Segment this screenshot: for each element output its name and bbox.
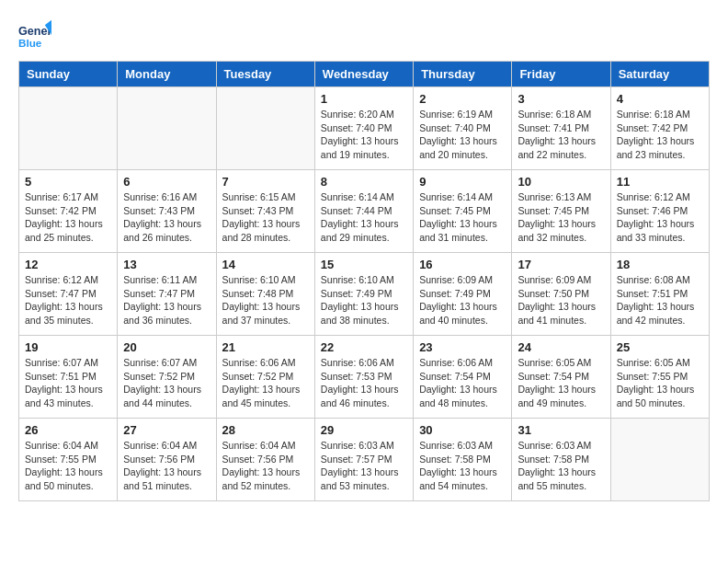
cell-text: Sunrise: 6:18 AMSunset: 7:41 PMDaylight:… [518,108,604,162]
day-number: 9 [419,175,506,189]
logo: General Blue [18,18,51,52]
day-number: 17 [518,258,604,271]
weekday-header-thursday: Thursday [414,62,512,87]
calendar-cell: 19Sunrise: 6:07 AMSunset: 7:51 PMDayligh… [19,336,118,419]
calendar-cell: 6Sunrise: 6:16 AMSunset: 7:43 PMDaylight… [118,170,216,253]
calendar-cell [610,419,709,501]
calendar-week-4: 19Sunrise: 6:07 AMSunset: 7:51 PMDayligh… [19,336,710,419]
cell-text: Sunrise: 6:11 AMSunset: 7:47 PMDaylight:… [123,273,210,327]
calendar-table: SundayMondayTuesdayWednesdayThursdayFrid… [18,61,710,501]
day-number: 1 [321,92,407,106]
cell-text: Sunrise: 6:17 AMSunset: 7:42 PMDaylight:… [25,190,111,245]
day-number: 25 [617,340,703,354]
day-number: 16 [419,258,506,271]
calendar-cell [118,87,216,170]
day-number: 27 [123,423,210,437]
calendar-cell: 2Sunrise: 6:19 AMSunset: 7:40 PMDaylight… [414,87,512,170]
day-number: 23 [419,340,506,354]
cell-text: Sunrise: 6:08 AMSunset: 7:51 PMDaylight:… [617,273,703,327]
day-number: 15 [321,258,407,271]
cell-text: Sunrise: 6:06 AMSunset: 7:52 PMDaylight:… [222,356,309,410]
day-number: 2 [419,92,506,106]
cell-text: Sunrise: 6:05 AMSunset: 7:54 PMDaylight:… [518,356,604,410]
calendar-week-5: 26Sunrise: 6:04 AMSunset: 7:55 PMDayligh… [19,419,710,501]
calendar-cell: 31Sunrise: 6:03 AMSunset: 7:58 PMDayligh… [512,419,610,501]
calendar-cell: 26Sunrise: 6:04 AMSunset: 7:55 PMDayligh… [19,419,118,501]
day-number: 19 [25,340,111,354]
cell-text: Sunrise: 6:09 AMSunset: 7:50 PMDaylight:… [518,273,604,327]
weekday-header-tuesday: Tuesday [216,62,314,87]
calendar-cell [216,87,314,170]
day-number: 10 [518,175,604,189]
cell-text: Sunrise: 6:15 AMSunset: 7:43 PMDaylight:… [222,190,309,245]
weekday-header-friday: Friday [512,62,610,87]
weekday-header-saturday: Saturday [610,62,709,87]
day-number: 6 [123,175,210,189]
day-number: 29 [321,423,407,437]
calendar-cell: 12Sunrise: 6:12 AMSunset: 7:47 PMDayligh… [19,253,118,336]
calendar-week-3: 12Sunrise: 6:12 AMSunset: 7:47 PMDayligh… [19,253,710,336]
day-number: 3 [518,92,604,106]
calendar-cell: 11Sunrise: 6:12 AMSunset: 7:46 PMDayligh… [610,170,709,253]
calendar-cell: 18Sunrise: 6:08 AMSunset: 7:51 PMDayligh… [610,253,709,336]
day-number: 11 [617,175,703,189]
calendar-cell: 29Sunrise: 6:03 AMSunset: 7:57 PMDayligh… [314,419,413,501]
weekday-header-sunday: Sunday [19,62,118,87]
calendar-cell: 21Sunrise: 6:06 AMSunset: 7:52 PMDayligh… [216,336,314,419]
cell-text: Sunrise: 6:18 AMSunset: 7:42 PMDaylight:… [617,108,703,162]
calendar-cell: 9Sunrise: 6:14 AMSunset: 7:45 PMDaylight… [414,170,512,253]
calendar-cell: 7Sunrise: 6:15 AMSunset: 7:43 PMDaylight… [216,170,314,253]
cell-text: Sunrise: 6:07 AMSunset: 7:52 PMDaylight:… [123,356,210,410]
day-number: 12 [25,258,111,271]
calendar-cell: 28Sunrise: 6:04 AMSunset: 7:56 PMDayligh… [216,419,314,501]
cell-text: Sunrise: 6:14 AMSunset: 7:45 PMDaylight:… [419,190,506,245]
calendar-cell [19,87,118,170]
weekday-header-wednesday: Wednesday [314,62,413,87]
day-number: 30 [419,423,506,437]
general-blue-logo-icon: General Blue [18,18,51,52]
cell-text: Sunrise: 6:19 AMSunset: 7:40 PMDaylight:… [419,108,506,162]
cell-text: Sunrise: 6:12 AMSunset: 7:46 PMDaylight:… [617,190,703,245]
calendar-cell: 30Sunrise: 6:03 AMSunset: 7:58 PMDayligh… [414,419,512,501]
cell-text: Sunrise: 6:04 AMSunset: 7:56 PMDaylight:… [123,439,210,493]
calendar-cell: 13Sunrise: 6:11 AMSunset: 7:47 PMDayligh… [118,253,216,336]
cell-text: Sunrise: 6:03 AMSunset: 7:57 PMDaylight:… [321,439,407,493]
calendar-cell: 24Sunrise: 6:05 AMSunset: 7:54 PMDayligh… [512,336,610,419]
day-number: 28 [222,423,309,437]
cell-text: Sunrise: 6:03 AMSunset: 7:58 PMDaylight:… [419,439,506,493]
calendar-cell: 16Sunrise: 6:09 AMSunset: 7:49 PMDayligh… [414,253,512,336]
page-header: General Blue [18,18,710,52]
calendar-week-1: 1Sunrise: 6:20 AMSunset: 7:40 PMDaylight… [19,87,710,170]
svg-text:Blue: Blue [18,37,42,49]
day-number: 20 [123,340,210,354]
calendar-cell: 8Sunrise: 6:14 AMSunset: 7:44 PMDaylight… [314,170,413,253]
cell-text: Sunrise: 6:06 AMSunset: 7:54 PMDaylight:… [419,356,506,410]
cell-text: Sunrise: 6:03 AMSunset: 7:58 PMDaylight:… [518,439,604,493]
cell-text: Sunrise: 6:06 AMSunset: 7:53 PMDaylight:… [321,356,407,410]
weekday-header-row: SundayMondayTuesdayWednesdayThursdayFrid… [19,62,710,87]
day-number: 4 [617,92,703,106]
day-number: 31 [518,423,604,437]
day-number: 21 [222,340,309,354]
cell-text: Sunrise: 6:12 AMSunset: 7:47 PMDaylight:… [25,273,111,327]
cell-text: Sunrise: 6:16 AMSunset: 7:43 PMDaylight:… [123,190,210,245]
weekday-header-monday: Monday [118,62,216,87]
calendar-cell: 3Sunrise: 6:18 AMSunset: 7:41 PMDaylight… [512,87,610,170]
day-number: 8 [321,175,407,189]
day-number: 14 [222,258,309,271]
day-number: 13 [123,258,210,271]
calendar-cell: 4Sunrise: 6:18 AMSunset: 7:42 PMDaylight… [610,87,709,170]
cell-text: Sunrise: 6:04 AMSunset: 7:56 PMDaylight:… [222,439,309,493]
cell-text: Sunrise: 6:14 AMSunset: 7:44 PMDaylight:… [321,190,407,245]
day-number: 24 [518,340,604,354]
cell-text: Sunrise: 6:10 AMSunset: 7:49 PMDaylight:… [321,273,407,327]
calendar-cell: 22Sunrise: 6:06 AMSunset: 7:53 PMDayligh… [314,336,413,419]
calendar-cell: 17Sunrise: 6:09 AMSunset: 7:50 PMDayligh… [512,253,610,336]
calendar-cell: 10Sunrise: 6:13 AMSunset: 7:45 PMDayligh… [512,170,610,253]
day-number: 7 [222,175,309,189]
day-number: 18 [617,258,703,271]
cell-text: Sunrise: 6:04 AMSunset: 7:55 PMDaylight:… [25,439,111,493]
calendar-cell: 23Sunrise: 6:06 AMSunset: 7:54 PMDayligh… [414,336,512,419]
cell-text: Sunrise: 6:20 AMSunset: 7:40 PMDaylight:… [321,108,407,162]
calendar-cell: 15Sunrise: 6:10 AMSunset: 7:49 PMDayligh… [314,253,413,336]
